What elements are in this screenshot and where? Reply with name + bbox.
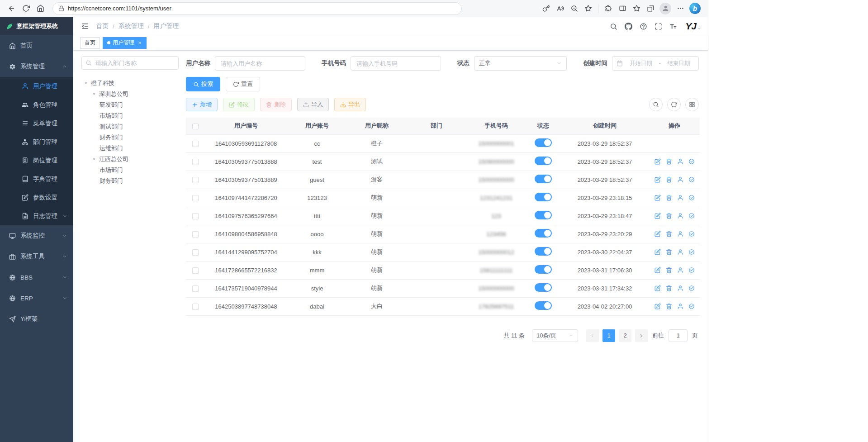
sidebar-item[interactable]: 系统监控 bbox=[0, 225, 73, 246]
sidebar-toggle-button[interactable] bbox=[79, 20, 91, 33]
row-assign-role-button[interactable] bbox=[688, 285, 695, 292]
column-header[interactable]: 用户账号 bbox=[287, 118, 347, 134]
column-header[interactable]: 部门 bbox=[407, 118, 466, 134]
page-number-button[interactable]: 1 bbox=[602, 329, 615, 342]
status-toggle[interactable] bbox=[535, 157, 552, 165]
tree-node[interactable]: 深圳总公司 bbox=[81, 89, 179, 100]
row-assign-role-button[interactable] bbox=[688, 266, 695, 274]
status-toggle[interactable] bbox=[535, 211, 552, 219]
refresh-table-button[interactable] bbox=[667, 98, 681, 111]
sidebar-item[interactable]: 参数设置 bbox=[0, 188, 73, 207]
browser-profile-avatar[interactable] bbox=[659, 3, 671, 14]
status-toggle[interactable] bbox=[535, 265, 552, 274]
breadcrumb-item[interactable]: 系统管理 bbox=[119, 22, 144, 30]
address-bar[interactable]: https://ccnetcore.com:1101/system/user bbox=[52, 2, 462, 15]
row-delete-button[interactable] bbox=[665, 248, 673, 256]
password-key-icon[interactable] bbox=[539, 2, 553, 15]
row-edit-button[interactable] bbox=[654, 158, 661, 165]
tree-node[interactable]: 橙子科技 bbox=[81, 78, 179, 89]
sidebar-item[interactable]: 系统管理 bbox=[0, 56, 73, 77]
sidebar-item[interactable]: Yi框架 bbox=[0, 309, 73, 329]
column-header[interactable]: 用户编号 bbox=[205, 118, 287, 134]
sidebar-item[interactable]: ERP bbox=[0, 288, 73, 309]
column-header[interactable]: 状态 bbox=[526, 118, 560, 134]
sidebar-item[interactable]: 用户管理 bbox=[0, 77, 73, 95]
row-checkbox[interactable] bbox=[192, 159, 199, 165]
tree-node[interactable]: 运维部门 bbox=[81, 143, 179, 154]
extensions-puzzle-icon[interactable] bbox=[602, 2, 615, 15]
row-delete-button[interactable] bbox=[665, 194, 673, 201]
row-assign-role-button[interactable] bbox=[688, 194, 695, 201]
browser-back-button[interactable] bbox=[5, 2, 18, 15]
dept-search-input[interactable] bbox=[81, 56, 179, 70]
sidebar-item[interactable]: 日志管理 bbox=[0, 207, 73, 225]
sidebar-item[interactable]: 岗位管理 bbox=[0, 151, 73, 170]
tree-node[interactable]: 江西总公司 bbox=[81, 154, 179, 165]
row-edit-button[interactable] bbox=[654, 230, 661, 238]
row-delete-button[interactable] bbox=[665, 285, 673, 292]
app-logo[interactable]: 意框架管理系统 bbox=[0, 17, 73, 35]
edit-button[interactable]: 修改 bbox=[223, 98, 255, 111]
row-assign-role-button[interactable] bbox=[688, 303, 695, 310]
font-size-icon[interactable] bbox=[667, 20, 680, 33]
tag[interactable]: 首页 bbox=[80, 37, 100, 49]
row-reset-password-button[interactable] bbox=[677, 158, 684, 165]
status-select[interactable]: 正常 bbox=[474, 56, 567, 71]
row-edit-button[interactable] bbox=[654, 303, 661, 310]
tree-node[interactable]: 测试部门 bbox=[81, 121, 179, 132]
row-assign-role-button[interactable] bbox=[688, 212, 695, 219]
column-header[interactable]: 创建时间 bbox=[560, 118, 649, 134]
tag[interactable]: 用户管理 bbox=[103, 37, 147, 49]
date-range-picker[interactable]: 开始日期 - 结束日期 bbox=[612, 56, 699, 71]
row-reset-password-button[interactable] bbox=[677, 194, 684, 201]
row-delete-button[interactable] bbox=[665, 176, 673, 183]
row-delete-button[interactable] bbox=[665, 212, 673, 219]
split-screen-icon[interactable] bbox=[616, 2, 629, 15]
status-toggle[interactable] bbox=[535, 175, 552, 183]
row-reset-password-button[interactable] bbox=[677, 303, 684, 310]
status-toggle[interactable] bbox=[535, 301, 552, 310]
collections-icon[interactable] bbox=[644, 2, 657, 15]
fullscreen-icon[interactable] bbox=[652, 20, 665, 33]
page-jump-input[interactable] bbox=[669, 329, 688, 342]
row-edit-button[interactable] bbox=[654, 248, 661, 256]
add-button[interactable]: 新增 bbox=[186, 98, 218, 111]
toggle-search-button[interactable] bbox=[649, 98, 663, 111]
row-edit-button[interactable] bbox=[654, 266, 661, 274]
status-toggle[interactable] bbox=[535, 229, 552, 238]
row-checkbox[interactable] bbox=[192, 213, 199, 219]
row-edit-button[interactable] bbox=[654, 212, 661, 219]
browser-home-button[interactable] bbox=[33, 2, 47, 15]
row-edit-button[interactable] bbox=[654, 176, 661, 183]
close-icon[interactable] bbox=[138, 41, 142, 45]
help-icon[interactable] bbox=[637, 20, 650, 33]
row-checkbox[interactable] bbox=[192, 249, 199, 256]
column-header[interactable]: 操作 bbox=[649, 118, 700, 134]
tree-node[interactable]: 市场部门 bbox=[81, 110, 179, 121]
column-header[interactable]: 用户昵称 bbox=[347, 118, 407, 134]
username-input[interactable] bbox=[215, 56, 305, 71]
tree-node[interactable]: 研发部门 bbox=[81, 100, 179, 110]
row-delete-button[interactable] bbox=[665, 266, 673, 274]
sidebar-item[interactable]: 字典管理 bbox=[0, 170, 73, 188]
status-toggle[interactable] bbox=[535, 247, 552, 256]
row-delete-button[interactable] bbox=[665, 230, 673, 238]
status-toggle[interactable] bbox=[535, 193, 552, 201]
row-reset-password-button[interactable] bbox=[677, 285, 684, 292]
row-reset-password-button[interactable] bbox=[677, 212, 684, 219]
search-button[interactable]: 搜索 bbox=[186, 77, 220, 91]
sidebar-item[interactable]: BBS bbox=[0, 267, 73, 288]
row-edit-button[interactable] bbox=[654, 285, 661, 292]
import-button[interactable]: 导入 bbox=[297, 98, 329, 111]
row-reset-password-button[interactable] bbox=[677, 176, 684, 183]
tree-node[interactable]: 市场部门 bbox=[81, 165, 179, 176]
reset-button[interactable]: 重置 bbox=[226, 77, 260, 91]
status-toggle[interactable] bbox=[535, 138, 552, 147]
row-reset-password-button[interactable] bbox=[677, 266, 684, 274]
zoom-out-icon[interactable] bbox=[567, 2, 581, 15]
row-checkbox[interactable] bbox=[192, 267, 199, 274]
row-edit-button[interactable] bbox=[654, 194, 661, 201]
row-checkbox[interactable] bbox=[192, 177, 199, 183]
bing-icon[interactable]: b bbox=[689, 3, 701, 14]
row-checkbox[interactable] bbox=[192, 231, 199, 238]
